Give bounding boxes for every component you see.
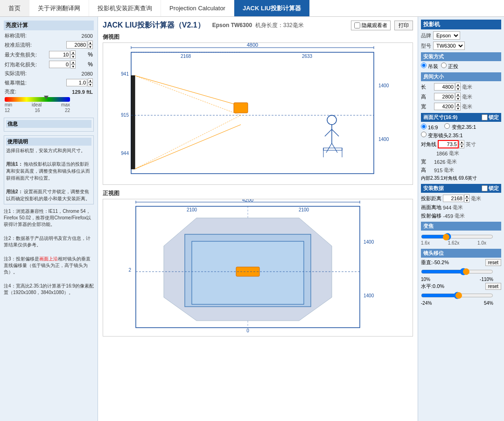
room-width-unit: 毫米 — [462, 103, 472, 110]
hide-viewer-checkbox[interactable] — [354, 22, 360, 28]
offset-unit: 毫米 — [455, 212, 465, 219]
nav-calculator[interactable]: Projection Calculator — [161, 0, 234, 16]
right-panel: 投影机 品牌 Epson 型号 TW6300 安装方式 吊装 正投 房间大小 — [418, 17, 504, 421]
nav-home[interactable]: 首页 — [0, 0, 29, 16]
room-width-field[interactable] — [434, 103, 455, 110]
floor-radio[interactable] — [441, 63, 447, 68]
dim-1400-right1-label: 1400 — [378, 83, 389, 88]
hide-viewer-label[interactable]: 隐藏观看者 — [351, 21, 391, 30]
brightness-gradient-bar — [5, 97, 70, 102]
zoom-mid-label: 1.62x — [448, 240, 459, 246]
max-zoom-field[interactable] — [49, 51, 70, 58]
ratio-var-label[interactable]: 变形镜头2.35:1 — [421, 132, 463, 139]
install-lock-label[interactable]: 锁定 — [482, 185, 499, 192]
lamp-spinner[interactable]: ▲ ▼ — [70, 60, 76, 69]
max-zoom-input[interactable]: ▲ ▼ — [49, 50, 76, 59]
spin-up[interactable]: ▲ — [464, 194, 469, 198]
spin-down[interactable]: ▼ — [455, 87, 461, 91]
zoom-slider[interactable] — [421, 233, 493, 240]
nav-distance[interactable]: 投影机安装距离查询 — [89, 0, 161, 16]
diagonal-input[interactable]: ▲ ▼ — [438, 140, 464, 148]
ratio-235-radio[interactable] — [444, 123, 450, 129]
spin-up[interactable]: ▲ — [455, 102, 461, 106]
internal-value: 69.6英寸 — [459, 175, 477, 182]
spin-down[interactable]: ▼ — [455, 106, 461, 111]
spin-down[interactable]: ▼ — [464, 198, 469, 203]
ratio-16-9-radio[interactable] — [421, 124, 427, 129]
note2: 注2：数据基于产品说明书及官方信息，计算结果仅供参考。 — [4, 235, 94, 248]
diagonal-unit: 英寸 — [466, 141, 476, 148]
front-dim-0: 0 — [246, 328, 249, 333]
screen-lock-label[interactable]: 锁定 — [482, 114, 499, 121]
screen-w-label: 宽 — [421, 158, 433, 165]
center-header: JACK LIU投影计算器（V2.1） Epson TW6300 机身长度：33… — [103, 21, 413, 30]
spin-up[interactable]: ▲ — [88, 78, 93, 83]
room-width-spinner[interactable]: ▲ ▼ — [455, 102, 461, 111]
usage-method2-row: 用法2： 设置画面尺寸并锁定，调整变焦以而确定投影机的最小和最大安装距离。 — [6, 188, 91, 202]
room-width-input[interactable]: ▲ ▼ — [434, 102, 461, 111]
ceiling-label[interactable]: 吊装 — [421, 63, 438, 70]
gain-field[interactable] — [66, 79, 87, 86]
horiz-slider[interactable] — [421, 292, 493, 299]
diagonal-spinner[interactable]: ▲ ▼ — [459, 140, 464, 148]
brightness-result-value: 129.9 ftL — [72, 89, 93, 95]
spin-up[interactable]: ▲ — [459, 140, 464, 144]
model-select[interactable]: TW6300 — [433, 42, 465, 50]
lamp-input[interactable]: ▲ ▼ — [49, 60, 76, 69]
horiz-min-label: -24% — [421, 301, 432, 306]
ratio-235-label[interactable]: 变焦2.35:1 — [444, 123, 476, 131]
throw-field[interactable] — [443, 195, 464, 202]
nav-jack-liu[interactable]: JACK LIU投影计算器 — [234, 0, 310, 16]
spin-down[interactable]: ▼ — [88, 45, 93, 49]
spin-down[interactable]: ▼ — [459, 144, 464, 148]
calibrated-input[interactable]: ▲ ▼ — [66, 41, 93, 49]
throw-input[interactable]: ▲ ▼ — [443, 194, 469, 203]
room-length-field[interactable] — [434, 83, 455, 91]
room-length-label: 长 — [421, 84, 433, 91]
gain-spinner[interactable]: ▲ ▼ — [88, 78, 93, 87]
front-view-diagram: 4200 2100 2100 1400 1400 2 0 — [103, 199, 413, 337]
room-height-input[interactable]: ▲ ▼ — [434, 92, 461, 101]
ratio-16-9-label[interactable]: 16:9 — [421, 124, 438, 130]
room-length-input[interactable]: ▲ ▼ — [434, 83, 461, 91]
max-zoom-spinner[interactable]: ▲ ▼ — [70, 50, 76, 59]
spin-down[interactable]: ▼ — [70, 64, 76, 69]
spin-down[interactable]: ▼ — [88, 83, 93, 87]
horiz-reset-button[interactable]: reset — [485, 283, 501, 290]
gain-input[interactable]: ▲ ▼ — [66, 78, 93, 87]
spin-up[interactable]: ▲ — [455, 83, 461, 87]
room-length-spinner[interactable]: ▲ ▼ — [455, 83, 461, 91]
ratio-var-radio[interactable] — [421, 132, 427, 137]
spin-up[interactable]: ▲ — [70, 60, 76, 64]
calibrated-field[interactable] — [66, 41, 87, 49]
print-button[interactable]: 打印 — [394, 21, 413, 30]
side-view-svg: 4800 2168 2633 941 915 944 1400 1400 — [103, 43, 392, 183]
spin-up[interactable]: ▲ — [70, 50, 76, 55]
vert-reset-button[interactable]: reset — [485, 259, 501, 266]
spin-down[interactable]: ▼ — [455, 97, 461, 101]
ceiling-radio[interactable] — [421, 63, 427, 68]
vert-slider[interactable] — [421, 268, 493, 275]
screen-w-row: 宽 1626 毫米 — [421, 158, 501, 165]
brand-select[interactable]: Epson — [433, 31, 460, 40]
floor-label[interactable]: 正投 — [441, 63, 458, 70]
room-height-field[interactable] — [434, 93, 455, 100]
screen-h-label: 高 — [421, 167, 433, 174]
throw-spinner[interactable]: ▲ ▼ — [464, 194, 469, 203]
room-height-spinner[interactable]: ▲ ▼ — [455, 92, 461, 101]
calibrated-spinner[interactable]: ▲ ▼ — [88, 41, 93, 49]
ceiling-text: 吊装 — [428, 63, 438, 69]
spin-down[interactable]: ▼ — [70, 55, 76, 59]
spin-up[interactable]: ▲ — [455, 92, 461, 97]
install-data-title: 安装数据 锁定 — [421, 184, 501, 193]
install-lock-checkbox[interactable] — [482, 185, 488, 191]
usage-text1: 选择目标机型，安装方式和房间尺寸。 — [6, 147, 91, 154]
lamp-label: 灯泡老化损失: — [5, 61, 37, 68]
diagonal-field[interactable] — [438, 140, 459, 148]
lamp-field[interactable] — [49, 61, 70, 68]
svg-line-15 — [332, 129, 339, 136]
vert-max-label: -110% — [480, 277, 493, 282]
spin-up[interactable]: ▲ — [88, 41, 93, 45]
nav-about[interactable]: 关于评测翻译网 — [29, 0, 89, 16]
screen-lock-checkbox[interactable] — [482, 114, 488, 120]
